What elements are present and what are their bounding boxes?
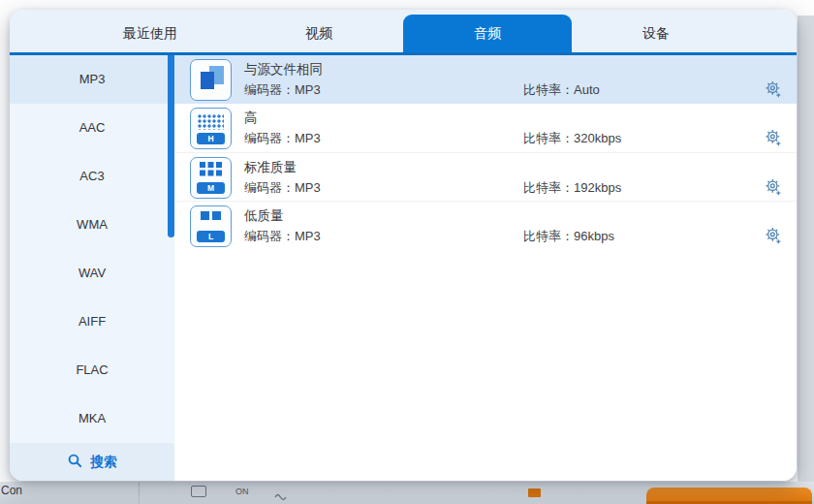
preset-bitrate: 比特率：192kbps [523,179,621,197]
background-window-right-edge [798,16,814,504]
custom-settings-gear-icon[interactable] [764,177,783,197]
sidebar-item-ac3[interactable]: AC3 [10,152,174,201]
tab-recently-used[interactable]: 最近使用 [66,15,235,52]
preset-title: 标准质量 [244,159,297,176]
divider [139,482,140,504]
medium-quality-icon: M [190,157,232,199]
preset-row-same-as-source[interactable]: 与源文件相同 编码器：MP3 比特率：Auto [174,55,797,104]
format-picker-popup: 最近使用 视频 音频 设备 MP3 AAC AC3 WMA WAV AIFF F… [10,10,797,481]
quality-badge: L [197,231,225,242]
custom-settings-gear-icon[interactable] [764,79,783,99]
preset-encoder: 编码器：MP3 [244,228,321,245]
preset-bitrate: 比特率：96kbps [523,228,614,245]
sidebar-item-wav[interactable]: WAV [10,249,174,298]
sidebar-item-mp3[interactable]: MP3 [10,55,174,104]
search-icon [68,454,82,471]
preset-row-low-quality[interactable]: L 低质量 编码器：MP3 比特率：96kbps [174,201,797,249]
sidebar-scrollbar[interactable] [168,55,174,237]
quality-badge: H [197,133,225,144]
format-sidebar: MP3 AAC AC3 WMA WAV AIFF FLAC MKA 搜索 [10,55,174,481]
background-on-label: ON [235,487,249,496]
tab-video[interactable]: 视频 [235,15,403,52]
preset-list: 与源文件相同 编码器：MP3 比特率：Auto H 高 [174,55,797,481]
sidebar-item-mka[interactable]: MKA [10,394,174,443]
preset-encoder: 编码器：MP3 [244,179,321,197]
background-orange-icon [528,488,541,497]
background-wave-icon [274,488,287,504]
preset-title: 低质量 [244,207,284,225]
preset-encoder: 编码器：MP3 [244,130,321,147]
search-label: 搜索 [91,454,117,471]
sidebar-item-aiff[interactable]: AIFF [10,298,174,346]
search-button[interactable]: 搜索 [10,443,174,481]
sidebar-item-aac[interactable]: AAC [10,104,174,152]
preset-bitrate: 比特率：Auto [523,81,600,99]
sidebar-item-flac[interactable]: FLAC [10,346,174,394]
convert-button[interactable] [646,488,812,504]
popup-body: MP3 AAC AC3 WMA WAV AIFF FLAC MKA 搜索 [10,55,797,481]
tab-device[interactable]: 设备 [572,15,740,52]
tab-audio[interactable]: 音频 [403,15,572,52]
preset-bitrate: 比特率：320kbps [523,130,621,147]
preset-title: 高 [244,110,258,127]
preset-encoder: 编码器：MP3 [244,81,321,99]
sidebar-item-wma[interactable]: WMA [10,201,174,249]
same-as-source-icon [190,59,232,101]
background-box-icon [191,486,206,497]
preset-title: 与源文件相同 [244,61,323,79]
preset-row-high-quality[interactable]: H 高 编码器：MP3 比特率：320kbps [174,104,797,152]
background-window-bottom-bar: Con ON [0,482,814,504]
low-quality-icon: L [190,205,232,247]
preset-row-standard-quality[interactable]: M 标准质量 编码器：MP3 比特率：192kbps [174,152,797,201]
background-cropped-text: Con [1,484,22,497]
quality-badge: M [197,182,225,194]
tab-bar: 最近使用 视频 音频 设备 [10,10,797,55]
high-quality-icon: H [190,108,232,149]
custom-settings-gear-icon[interactable] [764,226,783,245]
custom-settings-gear-icon[interactable] [764,128,783,147]
